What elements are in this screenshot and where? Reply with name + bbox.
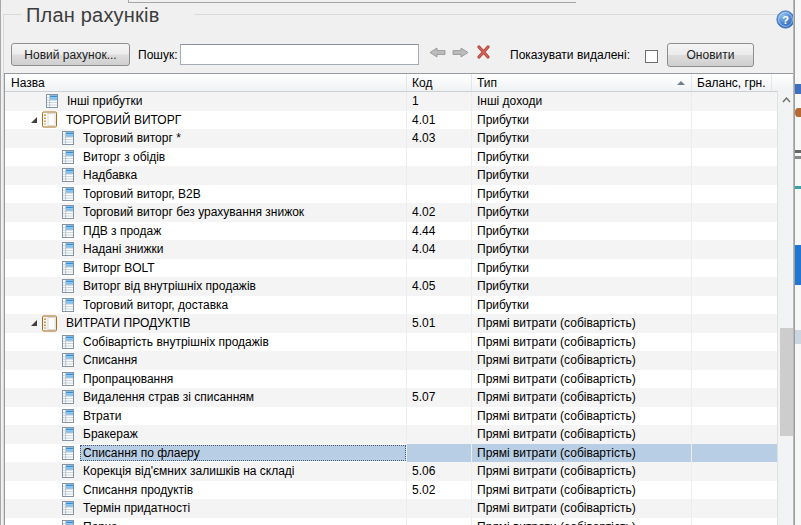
table-row[interactable]: Списання по флаеру Прямі витрати (собіва… bbox=[5, 444, 778, 463]
table-row[interactable]: Корекція від'ємних залишків на складі 5.… bbox=[5, 462, 778, 481]
show-deleted-checkbox[interactable] bbox=[645, 50, 658, 63]
account-icon bbox=[60, 463, 76, 479]
groupbox-border bbox=[194, 14, 793, 15]
account-balance bbox=[692, 518, 778, 525]
account-code: 4.02 bbox=[407, 203, 472, 222]
groupbox-border bbox=[3, 14, 22, 15]
arrow-right-icon[interactable] bbox=[452, 47, 469, 58]
account-balance bbox=[692, 240, 778, 259]
name-cell: Виторг з обідів bbox=[5, 148, 407, 167]
account-name: Термін придатності bbox=[80, 500, 406, 516]
column-header-balance[interactable]: Баланс, грн. bbox=[692, 74, 772, 91]
account-balance bbox=[692, 481, 778, 500]
column-header-filler bbox=[772, 74, 794, 91]
account-balance bbox=[692, 296, 778, 315]
account-name: ВИТРАТИ ПРОДУКТІВ bbox=[63, 315, 406, 331]
name-cell: ВИТРАТИ ПРОДУКТІВ bbox=[5, 314, 407, 333]
name-cell: Видалення страв зі списанням bbox=[5, 388, 407, 407]
clear-search-icon[interactable] bbox=[476, 45, 491, 59]
vertical-scrollbar[interactable] bbox=[777, 91, 794, 525]
window-left-border bbox=[0, 0, 1, 525]
name-cell: Списання по флаеру bbox=[5, 444, 407, 463]
account-code bbox=[407, 370, 472, 389]
name-cell: Собівартість внутрішніх продажів bbox=[5, 333, 407, 352]
account-name: Втрати bbox=[80, 408, 406, 424]
table-row[interactable]: Списання продуктів 5.02 Прямі витрати (с… bbox=[5, 481, 778, 500]
arrow-left-icon[interactable] bbox=[429, 47, 446, 58]
table-row[interactable]: Виторг з обідів Прибутки bbox=[5, 148, 778, 167]
account-name: Бракераж bbox=[80, 426, 406, 442]
account-type: Прямі витрати (собівартість) bbox=[472, 444, 692, 463]
table-row[interactable]: Термін придатності Прямі витрати (собіва… bbox=[5, 499, 778, 518]
search-input[interactable] bbox=[180, 44, 419, 65]
account-balance bbox=[692, 425, 778, 444]
account-type: Прибутки bbox=[472, 240, 692, 259]
account-icon bbox=[60, 278, 76, 294]
account-name: Собівартість внутрішніх продажів bbox=[80, 334, 406, 350]
account-balance bbox=[692, 351, 778, 370]
table-row[interactable]: Видалення страв зі списанням 5.07 Прямі … bbox=[5, 388, 778, 407]
account-name: Порча bbox=[80, 519, 406, 525]
name-cell: Списання bbox=[5, 351, 407, 370]
table-row[interactable]: Торговий виторг без урахування знижок 4.… bbox=[5, 203, 778, 222]
show-deleted-label: Показувати видалені: bbox=[510, 48, 630, 63]
account-code: 4.04 bbox=[407, 240, 472, 259]
table-row[interactable]: Надані знижки 4.04 Прибутки bbox=[5, 240, 778, 259]
account-icon bbox=[60, 445, 76, 461]
table-row[interactable]: Бракераж Прямі витрати (собівартість) bbox=[5, 425, 778, 444]
scrollbar-thumb[interactable] bbox=[780, 328, 793, 436]
account-code bbox=[407, 351, 472, 370]
table-row[interactable]: Торговий виторг, B2B Прибутки bbox=[5, 185, 778, 204]
account-name: Торговий виторг без урахування знижок bbox=[80, 204, 406, 220]
account-name: Виторг з обідів bbox=[80, 149, 406, 165]
refresh-button[interactable]: Оновити bbox=[667, 43, 754, 67]
tree-expander-icon[interactable] bbox=[30, 319, 41, 327]
table-row[interactable]: ТОРГОВИЙ ВИТОРГ 4.01 Прибутки bbox=[5, 111, 778, 130]
account-type: Прямі витрати (собівартість) bbox=[472, 425, 692, 444]
account-name: Торговий виторг * bbox=[80, 130, 406, 146]
table-row[interactable]: Виторг від внутрішніх продажів 4.05 Приб… bbox=[5, 277, 778, 296]
table-row[interactable]: Пропрацювання Прямі витрати (собівартіст… bbox=[5, 370, 778, 389]
table-row[interactable]: Списання Прямі витрати (собівартість) bbox=[5, 351, 778, 370]
account-type: Прибутки bbox=[472, 259, 692, 278]
table-row[interactable]: ПДВ з продаж 4.44 Прибутки bbox=[5, 222, 778, 241]
account-icon bbox=[60, 482, 76, 498]
account-name: Списання продуктів bbox=[80, 482, 406, 498]
column-header-name[interactable]: Назва bbox=[5, 74, 407, 91]
account-icon bbox=[60, 149, 76, 165]
scrollbar-up-button[interactable] bbox=[778, 91, 794, 108]
column-header-type[interactable]: Тип bbox=[472, 74, 692, 91]
table-row[interactable]: Виторг BOLT Прибутки bbox=[5, 259, 778, 278]
account-icon bbox=[60, 130, 76, 146]
name-cell: ПДВ з продаж bbox=[5, 222, 407, 241]
table-row[interactable]: Собівартість внутрішніх продажів Прямі в… bbox=[5, 333, 778, 352]
account-group-icon bbox=[41, 111, 59, 128]
account-name: Списання bbox=[80, 352, 406, 368]
table-row[interactable]: Надбавка Прибутки bbox=[5, 166, 778, 185]
account-balance bbox=[692, 370, 778, 389]
account-icon bbox=[60, 297, 76, 313]
table-row[interactable]: ВИТРАТИ ПРОДУКТІВ 5.01 Прямі витрати (со… bbox=[5, 314, 778, 333]
account-name: Надані знижки bbox=[80, 241, 406, 257]
table-row[interactable]: Інші прибутки 1 Інші доходи bbox=[5, 92, 778, 111]
account-balance bbox=[692, 185, 778, 204]
table-row[interactable]: Порча Прямі витрати (собівартість) bbox=[5, 518, 778, 525]
account-code: 5.06 bbox=[407, 462, 472, 481]
account-balance bbox=[692, 407, 778, 426]
table-row[interactable]: Втрати Прямі витрати (собівартість) bbox=[5, 407, 778, 426]
account-icon bbox=[60, 241, 76, 257]
new-account-button[interactable]: Новий рахунок... bbox=[11, 43, 130, 66]
account-balance bbox=[692, 166, 778, 185]
table-row[interactable]: Торговий виторг * 4.03 Прибутки bbox=[5, 129, 778, 148]
account-code bbox=[407, 425, 472, 444]
account-type: Прибутки bbox=[472, 166, 692, 185]
name-cell: Списання продуктів bbox=[5, 481, 407, 500]
column-header-code[interactable]: Код bbox=[407, 74, 472, 91]
account-icon bbox=[60, 204, 76, 220]
account-balance bbox=[692, 333, 778, 352]
account-icon bbox=[60, 408, 76, 424]
tree-expander-icon[interactable] bbox=[30, 116, 41, 124]
account-type: Прибутки bbox=[472, 185, 692, 204]
account-icon bbox=[60, 352, 76, 368]
table-row[interactable]: Торговий виторг, доставка Прибутки bbox=[5, 296, 778, 315]
